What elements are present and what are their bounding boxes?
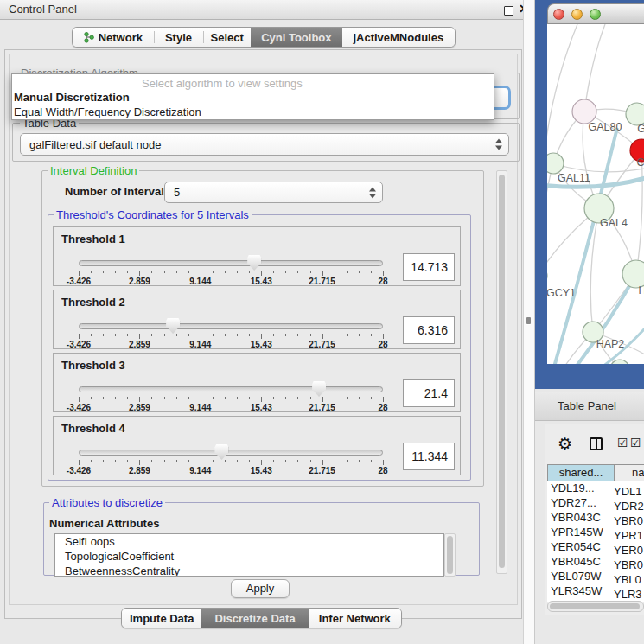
table-row[interactable]: YBR043CYBR0 bbox=[547, 510, 644, 525]
algorithm-option-equal-width-frequency-discretization[interactable]: Equal Width/Frequency Discretization bbox=[14, 105, 201, 118]
settings-scrollbar[interactable] bbox=[496, 170, 507, 574]
threshold-2-box: Threshold 2-3.4262.8599.14415.4321.71528… bbox=[53, 290, 461, 349]
slider-tick bbox=[213, 334, 214, 336]
threshold-value-field[interactable]: 21.4 bbox=[403, 379, 455, 407]
slider-tick-label: 28 bbox=[378, 277, 387, 286]
threshold-value-field[interactable]: 6.316 bbox=[403, 316, 455, 344]
slider-track[interactable] bbox=[79, 323, 383, 329]
slider-tick bbox=[383, 334, 384, 339]
slider-thumb[interactable] bbox=[214, 444, 228, 460]
network-node-GAL11[interactable] bbox=[547, 153, 564, 174]
table-row[interactable]: YLR345WYLR3 bbox=[547, 583, 644, 598]
table-row[interactable]: YDR27...YDR2 bbox=[547, 495, 644, 510]
close-light[interactable] bbox=[553, 9, 564, 20]
slider-tick bbox=[176, 271, 177, 273]
slider-tick bbox=[249, 334, 250, 336]
slider-tick-label: 21.715 bbox=[309, 277, 335, 286]
slider-tick bbox=[91, 271, 92, 273]
slider-track[interactable] bbox=[79, 386, 383, 392]
slider-tick bbox=[213, 397, 214, 399]
combo-spinner-icon bbox=[495, 139, 502, 150]
threshold-4-box: Threshold 4-3.4262.8599.14415.4321.71528… bbox=[53, 416, 461, 475]
network-window-titlebar[interactable] bbox=[547, 3, 644, 24]
table-rows[interactable]: YDL19...YDL1YDR27...YDR2YBR043CYBR0YPR14… bbox=[547, 481, 644, 602]
apply-button[interactable]: Apply bbox=[231, 579, 290, 598]
tab-select[interactable]: Select bbox=[203, 28, 251, 47]
slider-tick bbox=[115, 271, 116, 273]
slider-tick-label: 9.144 bbox=[189, 466, 211, 475]
table-hscrollbar-thumb[interactable] bbox=[550, 603, 640, 609]
slider-tick bbox=[335, 334, 335, 336]
table-row[interactable]: YBL079WYBL0 bbox=[547, 569, 644, 583]
slider-tick bbox=[322, 334, 323, 339]
slider-tick bbox=[347, 334, 348, 336]
slider-thumb[interactable] bbox=[247, 255, 261, 271]
table-data-combobox[interactable]: galFiltered.sif default node bbox=[20, 133, 509, 156]
tab-style[interactable]: Style bbox=[154, 28, 204, 47]
column-header-shared[interactable]: shared... bbox=[547, 464, 615, 481]
attributes-list-scrollbar[interactable] bbox=[444, 533, 456, 577]
attribute-item-topologicalcoefficient[interactable]: TopologicalCoefficient bbox=[55, 549, 443, 564]
slider-tick bbox=[225, 334, 226, 336]
slider-tick bbox=[310, 334, 311, 336]
minimize-light[interactable] bbox=[571, 9, 583, 20]
network-canvas[interactable]: GAL80GCGAL11GAL4GCY1HHAP2 bbox=[547, 24, 644, 364]
attributes-group-label: Attributes to discretize bbox=[49, 496, 165, 509]
zoom-light[interactable] bbox=[590, 9, 601, 20]
threshold-value-field[interactable]: 11.344 bbox=[403, 443, 455, 470]
slider-tick bbox=[359, 397, 360, 399]
tab-discretize-data[interactable]: Discretize Data bbox=[201, 609, 308, 628]
attribute-item-selfloops[interactable]: SelfLoops bbox=[55, 534, 443, 549]
number-of-intervals-combobox[interactable]: 5 bbox=[164, 182, 383, 203]
slider-tick bbox=[383, 460, 384, 465]
checked-checkbox-icon[interactable]: ☑ bbox=[617, 436, 629, 450]
attributes-scrollbar-thumb[interactable] bbox=[447, 536, 453, 574]
network-node-GAL80[interactable] bbox=[572, 99, 596, 124]
threshold-value-field[interactable]: 14.713 bbox=[403, 253, 455, 281]
tab-label: Network bbox=[99, 31, 143, 44]
tab-cyni-toolbox[interactable]: Cyni Toolbox bbox=[251, 28, 342, 47]
slider-tick-label: -3.426 bbox=[67, 340, 91, 349]
threshold-label: Threshold 2 bbox=[61, 296, 125, 309]
slider-thumb[interactable] bbox=[312, 381, 326, 397]
tab-infer-network[interactable]: Infer Network bbox=[309, 609, 401, 628]
slider-tick bbox=[335, 460, 335, 462]
slider-tick bbox=[383, 397, 384, 402]
table-row[interactable]: YDL19...YDL1 bbox=[547, 481, 644, 495]
table-row[interactable]: YBR045CYBR0 bbox=[547, 554, 644, 569]
network-node-node-bottom[interactable] bbox=[610, 360, 629, 364]
column-header-name[interactable]: na bbox=[614, 464, 644, 481]
network-node-label: C bbox=[636, 156, 644, 169]
checked-checkbox-icon[interactable]: ☑ bbox=[630, 436, 642, 450]
algorithm-option-manual-discretization[interactable]: Manual Discretization bbox=[14, 91, 130, 104]
slider-tick bbox=[322, 271, 323, 276]
settings-scrollbar-thumb[interactable] bbox=[499, 175, 505, 568]
tab-label: Select bbox=[211, 31, 244, 44]
network-icon bbox=[84, 32, 94, 43]
thresholds-group-label: Threshold's Coordinates for 5 Intervals bbox=[54, 208, 252, 221]
attribute-item-betweennesscentrality[interactable]: BetweennessCentrality bbox=[55, 564, 443, 577]
slider-track[interactable] bbox=[79, 450, 383, 456]
tab-impute-data[interactable]: Impute Data bbox=[122, 609, 201, 628]
float-icon[interactable] bbox=[504, 6, 513, 16]
slider-track[interactable] bbox=[79, 260, 383, 266]
divider-grab-handle[interactable] bbox=[526, 317, 531, 324]
slider-tick bbox=[164, 397, 165, 399]
numerical-attributes-list[interactable]: SelfLoopsTopologicalCoefficientBetweenne… bbox=[54, 533, 444, 577]
cell-shared-name: YBR045C bbox=[547, 554, 614, 569]
gear-icon[interactable]: ⚙ bbox=[558, 436, 572, 452]
slider-thumb[interactable] bbox=[166, 318, 180, 334]
slider-tick bbox=[335, 397, 335, 399]
slider-tick bbox=[249, 397, 250, 399]
tab-network[interactable]: Network bbox=[73, 28, 154, 47]
slider-tick bbox=[371, 271, 372, 273]
interval-definition-label: Interval Definition bbox=[48, 164, 139, 177]
table-hscrollbar[interactable] bbox=[547, 601, 644, 612]
tab-label: jActiveMNodules bbox=[353, 31, 443, 44]
table-row[interactable]: YPR145WYPR1 bbox=[547, 525, 644, 539]
cell-shared-name: YDR27... bbox=[547, 495, 614, 510]
tab-jactivemnodules[interactable]: jActiveMNodules bbox=[342, 28, 455, 47]
slider-tick bbox=[201, 271, 201, 276]
table-row[interactable]: YER054CYER0 bbox=[547, 539, 644, 554]
split-columns-icon[interactable] bbox=[590, 437, 603, 450]
